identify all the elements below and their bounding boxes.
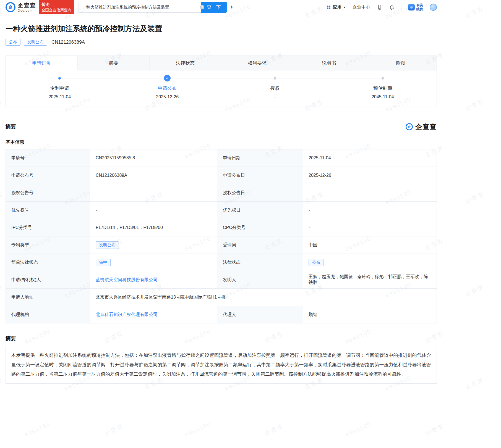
timeline-step-filing: 专利申请 2025-11-04 bbox=[6, 75, 114, 99]
navbar-right: 应用 ▼ 企业中心 ♔ 会员 续费 bbox=[326, 3, 437, 11]
applicant-company-link[interactable]: 蓝箭航天空间科技股份有限公司 bbox=[96, 277, 158, 282]
notification-bell-icon[interactable] bbox=[389, 4, 395, 10]
qcc-logo[interactable]: 企 企查查 Qcc.com bbox=[6, 2, 36, 12]
abstract-section-title: 摘要 bbox=[6, 335, 16, 342]
field-label: 受理局 bbox=[217, 236, 303, 254]
tab-label: 说明书 bbox=[322, 60, 336, 66]
table-row: IPC分类号 F17D1/14；F17D3/01；F17D5/00 CPC分类号… bbox=[6, 219, 437, 236]
field-label: 申请号 bbox=[6, 149, 90, 167]
table-row: 简单法律状态 审中 法律状态 公布 bbox=[6, 254, 437, 271]
tab-abstract[interactable]: 摘要 bbox=[77, 56, 149, 70]
field-value: - bbox=[303, 184, 437, 202]
brand-domain: Qcc.com bbox=[18, 9, 36, 12]
assistant-icon[interactable] bbox=[430, 4, 437, 11]
publication-number: CN121206389A bbox=[51, 39, 85, 45]
search-input[interactable] bbox=[79, 2, 201, 13]
tab-figures[interactable]: 附图 bbox=[365, 56, 437, 70]
table-row: 专利类型 发明公布 受理局 中国 bbox=[6, 236, 437, 254]
field-label: 申请公布号 bbox=[6, 167, 90, 184]
timeline-step-date: 2025-11-04 bbox=[48, 94, 71, 99]
page-title: 一种火箭推进剂加注系统的预冷控制方法及装置 bbox=[6, 24, 437, 34]
promo-line2: 全国企业信用查询 bbox=[41, 7, 71, 13]
vip-crown-icon: ♔ bbox=[408, 4, 415, 10]
tab-label: 摘要 bbox=[109, 60, 118, 66]
tab-bar: 申请进度 摘要 法律状态 权利要求 说明书 附图 bbox=[6, 56, 437, 70]
field-label: 申请日期 bbox=[217, 149, 303, 167]
tab-application-progress[interactable]: 申请进度 bbox=[6, 56, 77, 70]
promo-line1: 传奇 bbox=[41, 1, 71, 7]
tab-label: 权利要求 bbox=[248, 60, 267, 66]
field-label: 申请公布日 bbox=[217, 167, 303, 184]
status-badge: 公布 bbox=[6, 39, 20, 46]
field-label: 代理机构 bbox=[6, 306, 90, 323]
patent-tag-row: 公布 发明公布 CN121206389A bbox=[6, 39, 437, 46]
patent-progress-panel: 申请进度 摘要 法律状态 权利要求 说明书 附图 专利申请 2025-11-04… bbox=[6, 56, 437, 107]
timeline-dot bbox=[58, 77, 61, 80]
legal-status-badge: 公布 bbox=[309, 259, 323, 266]
check-circle-icon: ✓ bbox=[164, 75, 171, 81]
field-value: - bbox=[303, 202, 437, 219]
field-label: IPC分类号 bbox=[6, 219, 90, 236]
field-value: F17D1/14；F17D3/01；F17D5/00 bbox=[90, 219, 217, 236]
field-label: 发明人 bbox=[217, 271, 303, 289]
tab-legal-status[interactable]: 法律状态 bbox=[149, 56, 221, 70]
vip-renew-button[interactable]: ♔ 会员 续费 bbox=[408, 3, 423, 11]
enterprise-center-link[interactable]: 企业中心 bbox=[353, 4, 370, 10]
field-value: 2025-11-04 bbox=[303, 149, 437, 167]
timeline-step-date: - bbox=[274, 94, 276, 99]
timeline-step-label: 授权 bbox=[270, 85, 280, 91]
apps-menu[interactable]: 应用 ▼ bbox=[326, 4, 346, 10]
field-label: 专利类型 bbox=[6, 236, 90, 254]
qcc-watermark-logo: 企 企查查 bbox=[406, 122, 437, 131]
divider bbox=[401, 4, 401, 10]
ai-search-icon[interactable]: ✦ bbox=[229, 4, 234, 10]
table-row: 代理机构 北京科石知识产权代理有限公司 代理人 顾钻 bbox=[6, 306, 437, 323]
basic-info-table: 申请号 CN202511599585.8 申请日期 2025-11-04 申请公… bbox=[6, 149, 437, 323]
field-value: CN202511599585.8 bbox=[90, 149, 217, 167]
vip-label-top: 会员 bbox=[416, 3, 423, 7]
field-label: 申请人地址 bbox=[6, 289, 90, 306]
summary-section-title: 摘要 bbox=[6, 123, 16, 130]
qcc-logo-text: 企查查 bbox=[415, 122, 437, 131]
timeline-step-label: 专利申请 bbox=[50, 85, 69, 91]
field-label: CPC分类号 bbox=[217, 219, 303, 236]
timeline-step-grant: 授权 - bbox=[221, 75, 329, 99]
table-row: 申请号 CN202511599585.8 申请日期 2025-11-04 bbox=[6, 149, 437, 167]
timeline-step-label: 预估到期 bbox=[373, 85, 392, 91]
field-value: 顾钻 bbox=[303, 306, 437, 323]
field-value: - bbox=[90, 202, 217, 219]
timeline-step-date: 2025-12-26 bbox=[156, 94, 179, 99]
timeline: 专利申请 2025-11-04 ✓ 申请公布 2025-12-26 授权 - 预… bbox=[6, 70, 437, 107]
tab-claims[interactable]: 权利要求 bbox=[221, 56, 293, 70]
field-value: 北京市大兴区经济技术开发区荣华南路13号院中航国际广场H1号楼 bbox=[90, 289, 437, 306]
field-label: 法律状态 bbox=[217, 254, 303, 271]
patent-type-badge: 发明公布 bbox=[96, 241, 119, 249]
table-row: 申请公布号 CN121206389A 申请公布日 2025-12-26 bbox=[6, 167, 437, 184]
field-value: - bbox=[90, 184, 217, 202]
tab-label: 附图 bbox=[396, 60, 406, 66]
field-value: 审中 bbox=[90, 254, 217, 271]
field-label: 授权公告日 bbox=[217, 184, 303, 202]
tab-label: 法律状态 bbox=[176, 60, 195, 66]
field-value: CN121206389A bbox=[90, 167, 217, 184]
field-value: 2025-12-26 bbox=[303, 167, 437, 184]
qcc-logo-icon: 企 bbox=[406, 123, 413, 130]
search-button[interactable]: 查一下 bbox=[201, 2, 227, 13]
agency-company-link[interactable]: 北京科石知识产权代理有限公司 bbox=[96, 312, 158, 317]
timeline-dot bbox=[274, 77, 276, 80]
brand-name: 企查查 bbox=[18, 2, 36, 8]
promo-badge[interactable]: 传奇 全国企业信用查询 bbox=[39, 0, 74, 14]
apps-grid-icon bbox=[326, 5, 331, 10]
table-row: 申请(专利权)人 蓝箭航天空间科技股份有限公司 发明人 王辉，赵玉龙，鲍国征，秦… bbox=[6, 271, 437, 289]
field-label: 优先权日 bbox=[217, 202, 303, 219]
tab-description[interactable]: 说明书 bbox=[293, 56, 365, 70]
mobile-app-icon[interactable] bbox=[377, 4, 382, 10]
patent-type-badge: 发明公布 bbox=[24, 39, 47, 46]
field-label: 代理人 bbox=[217, 306, 303, 323]
timeline-dot bbox=[382, 77, 384, 80]
tab-label: 申请进度 bbox=[32, 60, 51, 66]
field-value: 北京科石知识产权代理有限公司 bbox=[90, 306, 217, 323]
timeline-step-expiry: 预估到期 2045-11-04 bbox=[329, 75, 437, 99]
clear-search-icon[interactable]: × bbox=[200, 5, 204, 9]
field-value: 蓝箭航天空间科技股份有限公司 bbox=[90, 271, 217, 289]
